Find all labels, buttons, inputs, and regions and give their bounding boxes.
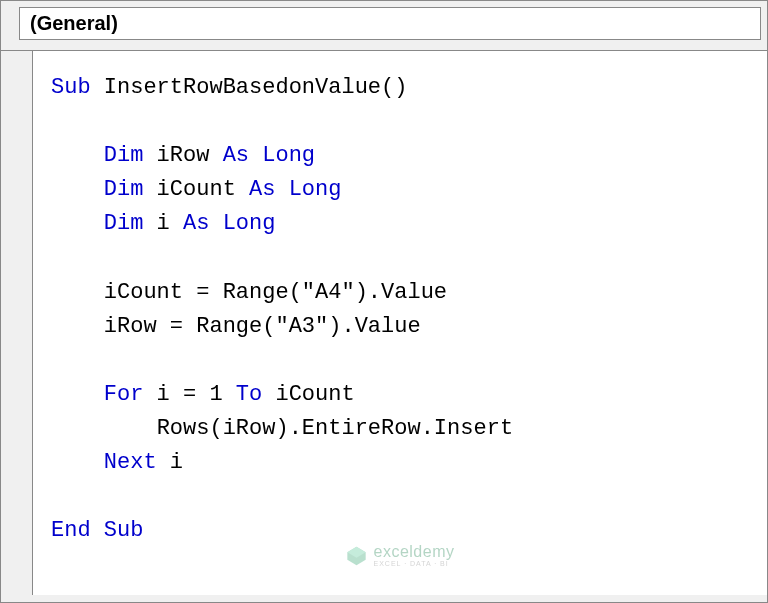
scope-dropdown[interactable]: (General) [19, 7, 761, 40]
keyword-as-long: As Long [249, 177, 341, 202]
keyword-end-sub: End Sub [51, 518, 143, 543]
indent [51, 143, 104, 168]
for-limit: iCount [262, 382, 354, 407]
code-pane[interactable]: Sub InsertRowBasedonValue() Dim iRow As … [33, 51, 767, 595]
procedure-name: InsertRowBasedonValue() [91, 75, 408, 100]
keyword-as-long: As Long [223, 143, 315, 168]
indent [51, 177, 104, 202]
indent [51, 450, 104, 475]
keyword-dim: Dim [104, 211, 144, 236]
watermark: exceldemy EXCEL · DATA · BI [346, 544, 455, 567]
code-area: Sub InsertRowBasedonValue() Dim iRow As … [1, 50, 767, 595]
scope-dropdown-label: (General) [30, 12, 118, 34]
code-gutter [1, 51, 33, 595]
indent [51, 382, 104, 407]
indent [51, 211, 104, 236]
watermark-text: exceldemy EXCEL · DATA · BI [374, 544, 455, 567]
watermark-logo-icon [346, 545, 368, 567]
keyword-as-long: As Long [183, 211, 275, 236]
keyword-to: To [236, 382, 262, 407]
var-icount: iCount [143, 177, 249, 202]
editor-frame: (General) Sub InsertRowBasedonValue() Di… [0, 0, 768, 603]
keyword-next: Next [104, 450, 157, 475]
insert-statement: Rows(iRow).EntireRow.Insert [157, 416, 513, 441]
next-var: i [157, 450, 183, 475]
indent [51, 314, 104, 339]
keyword-sub: Sub [51, 75, 91, 100]
indent [51, 280, 104, 305]
var-irow: iRow [143, 143, 222, 168]
assign-irow: iRow = Range("A3").Value [104, 314, 421, 339]
indent [51, 416, 157, 441]
for-init: i = 1 [143, 382, 235, 407]
watermark-title: exceldemy [374, 544, 455, 560]
keyword-dim: Dim [104, 143, 144, 168]
assign-icount: iCount = Range("A4").Value [104, 280, 447, 305]
watermark-subtitle: EXCEL · DATA · BI [374, 560, 455, 567]
var-i: i [143, 211, 183, 236]
keyword-for: For [104, 382, 144, 407]
keyword-dim: Dim [104, 177, 144, 202]
